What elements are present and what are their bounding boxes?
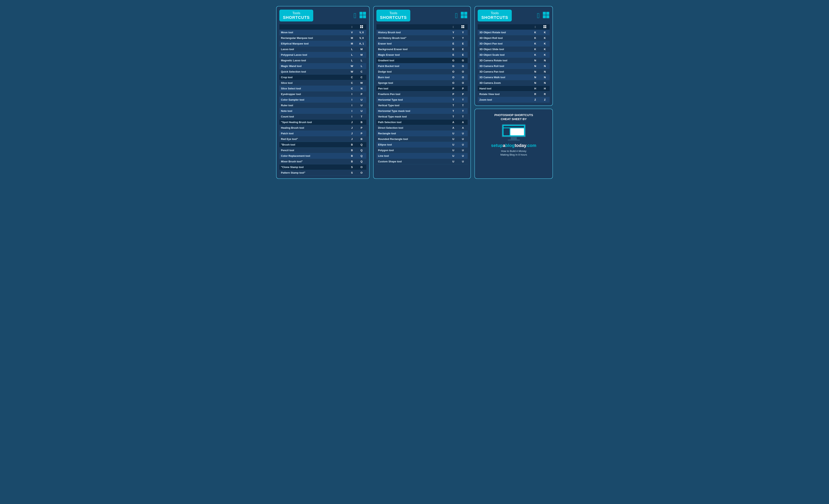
table-row: Crop toolCC	[279, 75, 366, 80]
tool-name: Hand tool	[478, 86, 531, 92]
table-row: 3D Object Roll toolKK	[478, 35, 550, 41]
windows-icon-col1	[359, 11, 366, 20]
table-row: 3D Object Pan toolKK	[478, 41, 550, 46]
mac-key: K	[531, 35, 540, 41]
win-key: E	[458, 41, 468, 46]
apple-icon-col1: 	[354, 12, 356, 19]
tool-name: Color Replacement tool	[279, 153, 347, 159]
win-key: C	[357, 75, 366, 80]
tool-name: Horizontal Type mask tool	[376, 108, 448, 114]
svg-rect-15	[463, 27, 464, 28]
table-row: Elliptical Marquee toolMA, 1	[279, 41, 366, 46]
table-row: Polygonal Lasso toolLM	[279, 52, 366, 58]
table-row: Vertical Type mask toolTT	[376, 114, 468, 119]
win-key: P	[357, 131, 366, 136]
svg-rect-2	[360, 15, 363, 18]
table-row: Direct Selection toolAA	[376, 125, 468, 131]
mac-key: I	[347, 114, 357, 119]
win-key: Y	[458, 30, 468, 35]
svg-rect-17	[546, 12, 549, 15]
shortcuts-label-col1: SHORTCUTS	[283, 15, 310, 20]
table-row: Path Selection toolAA	[376, 119, 468, 125]
mac-key: N	[531, 75, 540, 80]
tool-name: Sponge tool	[376, 80, 448, 86]
branding-url-setup: setup	[491, 143, 503, 148]
win-key: U	[458, 142, 468, 148]
branding-url-today: today	[514, 143, 526, 148]
header-col2: Tools SHORTCUTS 	[376, 10, 468, 22]
table-row: Rectangular Marquee toolMV, 0	[279, 35, 366, 41]
svg-rect-9	[464, 12, 467, 15]
table-row: 3D Camera Rotate toolNN	[478, 58, 550, 63]
branding-subtitle: How to Build A Money Making Blog In 8 ho…	[478, 149, 549, 156]
tool-name: 3D Object Scale tool	[478, 52, 531, 58]
mac-key: B	[347, 159, 357, 165]
win-key: A, 1	[357, 41, 366, 46]
table-row: Note toolIU	[279, 108, 366, 114]
table-row: Rectangle toolUU	[376, 131, 468, 136]
svg-rect-10	[461, 15, 464, 18]
mac-key: I	[347, 103, 357, 108]
tool-name: 3D Camera Walk tool	[478, 75, 531, 80]
apple-icon-col3: 	[537, 12, 540, 19]
mac-key: R	[531, 92, 540, 97]
table-row: Hand toolHH	[478, 86, 550, 92]
table-row: 3D Object Rotate toolKK	[478, 30, 550, 35]
win-key: M	[357, 46, 366, 52]
tool-name: Magic Wand tool	[279, 63, 347, 69]
mac-key: U	[448, 131, 458, 136]
col1-tool-header	[279, 24, 347, 30]
svg-rect-13	[463, 25, 464, 27]
svg-rect-19	[546, 15, 549, 18]
win-key: C	[357, 69, 366, 75]
tool-name: "Clone Stamp tool	[279, 165, 347, 170]
table-row: Color Replacement toolBQ	[279, 153, 366, 159]
win-key: G	[458, 58, 468, 63]
tool-name: Rounded Rectangle tool	[376, 136, 448, 142]
svg-rect-14	[461, 27, 463, 28]
tool-name: Zoom tool	[478, 97, 531, 103]
mac-key: K	[531, 46, 540, 52]
win-key: T	[458, 108, 468, 114]
mac-key: S	[347, 165, 357, 170]
win-key: U	[458, 136, 468, 142]
table-row: Eyedropper toolIP	[279, 92, 366, 97]
tool-name: 3D Camera Pan tool	[478, 69, 531, 75]
svg-rect-11	[464, 15, 467, 18]
table-row: Slice Select toolCN	[279, 86, 366, 92]
col2-mac-header: 	[448, 24, 458, 30]
table-row: Color Sampler toolIU	[279, 97, 366, 103]
table-row: Ruler toolIU	[279, 103, 366, 108]
mac-key: C	[347, 86, 357, 92]
table-row: History Brush toolYY	[376, 30, 468, 35]
table-row: Magnetic Lasso toolLL	[279, 58, 366, 63]
win-key: U	[458, 153, 468, 159]
table-row: "Brush toolBQ	[279, 142, 366, 148]
svg-rect-21	[545, 25, 546, 27]
svg-rect-18	[543, 15, 546, 18]
tools-label-col2: Tools	[380, 11, 407, 15]
tool-name: "Spot Healing Brush tool	[279, 119, 347, 125]
col3-win-header	[540, 24, 550, 30]
monitor-screen	[502, 124, 526, 137]
tool-name: Path Selection tool	[376, 119, 448, 125]
branding-title: PHOTOSHOP SHORTCUTSCHEAT SHEET BY	[478, 113, 549, 121]
tool-name: Polygon tool	[376, 148, 448, 153]
tool-name: Elliptical Marquee tool	[279, 41, 347, 46]
tool-name: 3D Object Rotate tool	[478, 30, 531, 35]
win-key: P	[357, 92, 366, 97]
table-row: 3D Camera ZoomNN	[478, 80, 550, 86]
tool-name: 3D Object Slide tool	[478, 46, 531, 52]
table-row: Polygon toolUU	[376, 148, 468, 153]
branding-box: PHOTOSHOP SHORTCUTSCHEAT SHEET BY setupa…	[474, 109, 553, 179]
table-row: Red Eye tool"JB	[279, 136, 366, 142]
mac-key: P	[448, 92, 458, 97]
header-icons-col3: 	[537, 11, 550, 20]
table-row: Magic Wand toolWL	[279, 63, 366, 69]
table-row: Custom Shape toolUU	[376, 159, 468, 165]
table-row: 3D Object Scale toolKK	[478, 52, 550, 58]
monitor-stand	[511, 137, 517, 140]
win-key: K	[540, 52, 550, 58]
mac-key: J	[347, 131, 357, 136]
title-box-col2: Tools SHORTCUTS	[376, 10, 410, 22]
